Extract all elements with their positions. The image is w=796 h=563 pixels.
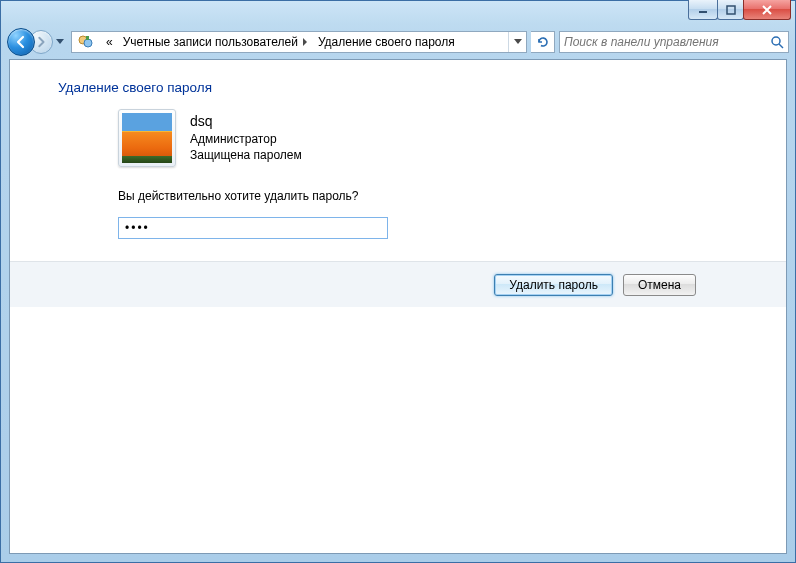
nav-buttons xyxy=(7,27,67,57)
breadcrumb-prefix[interactable]: « xyxy=(100,32,117,52)
address-dropdown[interactable] xyxy=(508,32,526,52)
client-area: Удаление своего пароля dsq Администратор… xyxy=(9,59,787,554)
close-button[interactable] xyxy=(743,0,791,20)
password-field[interactable] xyxy=(118,217,388,239)
avatar-image xyxy=(122,113,172,163)
password-input[interactable] xyxy=(125,221,381,235)
svg-point-5 xyxy=(772,37,780,45)
breadcrumb-prefix-label: « xyxy=(106,35,113,49)
navigation-row: « Учетные записи пользователей Удаление … xyxy=(1,27,795,59)
svg-rect-4 xyxy=(86,36,89,40)
user-status: Защищена паролем xyxy=(190,147,302,163)
user-row: dsq Администратор Защищена паролем xyxy=(10,109,786,167)
minimize-button[interactable] xyxy=(688,0,718,20)
breadcrumb-segment-1[interactable]: Учетные записи пользователей xyxy=(117,32,312,52)
content: Удаление своего пароля dsq Администратор… xyxy=(10,60,786,307)
search-input[interactable] xyxy=(560,35,766,49)
confirmation-question: Вы действительно хотите удалить пароль? xyxy=(10,189,786,203)
breadcrumb-segment-1-label: Учетные записи пользователей xyxy=(123,35,298,49)
maximize-button[interactable] xyxy=(717,0,744,20)
svg-rect-1 xyxy=(727,6,735,14)
delete-password-button-label: Удалить пароль xyxy=(509,278,598,292)
svg-point-3 xyxy=(84,39,92,47)
delete-password-button[interactable]: Удалить пароль xyxy=(494,274,613,296)
back-button[interactable] xyxy=(7,28,35,56)
breadcrumb-segment-2[interactable]: Удаление своего пароля xyxy=(312,32,459,52)
user-info: dsq Администратор Защищена паролем xyxy=(190,112,302,163)
user-name: dsq xyxy=(190,112,302,131)
window-controls xyxy=(689,0,791,20)
search-icon[interactable] xyxy=(766,32,788,52)
window-frame: « Учетные записи пользователей Удаление … xyxy=(0,0,796,563)
avatar xyxy=(118,109,176,167)
control-panel-icon xyxy=(76,34,96,50)
svg-rect-0 xyxy=(699,11,707,13)
svg-line-6 xyxy=(779,44,783,48)
nav-history-dropdown[interactable] xyxy=(54,36,66,48)
titlebar xyxy=(1,1,795,27)
user-role: Администратор xyxy=(190,131,302,147)
cancel-button-label: Отмена xyxy=(638,278,681,292)
chevron-right-icon xyxy=(302,35,308,49)
search-bar[interactable] xyxy=(559,31,789,53)
footer: Удалить пароль Отмена xyxy=(10,261,786,307)
breadcrumb-segment-2-label: Удаление своего пароля xyxy=(318,35,455,49)
page-title: Удаление своего пароля xyxy=(10,80,786,109)
address-bar[interactable]: « Учетные записи пользователей Удаление … xyxy=(71,31,527,53)
cancel-button[interactable]: Отмена xyxy=(623,274,696,296)
refresh-button[interactable] xyxy=(531,31,555,53)
